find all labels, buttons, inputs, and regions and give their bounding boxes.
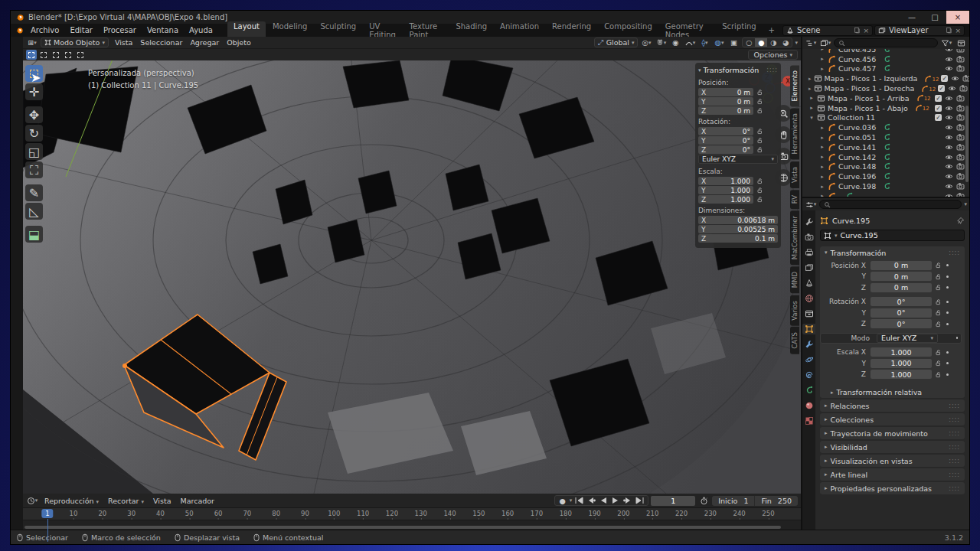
next-keyframe-icon[interactable] (622, 497, 633, 504)
select-mode-tweak[interactable] (26, 50, 37, 60)
lock-icon[interactable] (756, 146, 763, 153)
timeline-ruler[interactable]: 1 10203040506070809010011012013014015016… (23, 507, 801, 520)
current-frame-field[interactable]: 1 (651, 496, 695, 506)
animate-dot[interactable] (946, 264, 949, 266)
lock-icon[interactable] (756, 107, 763, 114)
lock-icon[interactable] (756, 196, 763, 203)
properties-tab[interactable] (802, 416, 815, 426)
expand-icon[interactable]: ▸ (819, 154, 825, 160)
proportional-editing-icon[interactable]: ◉ (669, 37, 681, 47)
value-field[interactable]: 0°▾ (871, 308, 932, 318)
tool-cursor[interactable]: ✛ (25, 83, 43, 100)
expand-icon[interactable]: ▸ (819, 66, 825, 72)
hide-eye-icon[interactable] (945, 113, 953, 122)
menu-item[interactable]: Archivo (25, 25, 64, 35)
outliner-search-input[interactable] (834, 38, 938, 47)
rotation-field[interactable]: X0° (698, 127, 753, 135)
disable-render-camera-icon[interactable] (956, 182, 965, 191)
value-field[interactable]: 0°▾ (871, 319, 932, 328)
hide-eye-icon[interactable] (945, 153, 953, 161)
shading-wireframe-icon[interactable]: ○ (743, 38, 755, 47)
exclude-checkbox[interactable]: ✓ (935, 95, 942, 102)
disable-render-camera-icon[interactable] (962, 74, 969, 83)
relative-transform-subpanel[interactable]: ▸ Transformación relativa (820, 386, 965, 398)
value-field[interactable]: 1.000▾ (871, 347, 932, 357)
collapsed-panel[interactable]: ▸ Trayectoria de movimiento :::: (820, 427, 965, 439)
expand-icon[interactable]: ▸ (819, 125, 825, 131)
hide-eye-icon[interactable] (945, 162, 953, 171)
disable-render-camera-icon[interactable] (956, 172, 965, 181)
panel-grip[interactable]: :::: (949, 403, 960, 409)
n-panel-tab[interactable]: CATS (790, 327, 799, 354)
viewport-canvas[interactable]: ➤ ✛ ✥ ↻ ◱ ⛶ ✎ ◺ ⬓ Personalizada (perspec… (23, 60, 801, 494)
new-viewlayer-icon[interactable] (946, 27, 952, 34)
mode-dropdown[interactable]: Modo Objeto ▾ (41, 37, 109, 47)
value-field[interactable]: 0 m▾ (871, 283, 932, 292)
viewport-menu-item[interactable]: Vista (111, 38, 136, 47)
panel-grip[interactable]: :::: (766, 67, 778, 73)
dimension-field[interactable]: Z0.1 m (698, 234, 778, 243)
disable-render-camera-icon[interactable] (956, 123, 965, 132)
lock-icon[interactable] (756, 89, 763, 96)
panel-grip[interactable]: :::: (949, 458, 960, 465)
outliner-row[interactable]: ▸ ▾ Curve.051 ✓ (802, 132, 969, 142)
properties-tab[interactable] (802, 385, 815, 396)
hide-eye-icon[interactable] (945, 94, 953, 103)
tool-rotate[interactable]: ↻ (25, 125, 43, 142)
lock-icon[interactable] (756, 187, 763, 194)
outliner-row[interactable]: ▸ ▾ Curve.198 ✓ (802, 181, 969, 191)
current-frame-marker[interactable]: 1 (41, 509, 53, 518)
prev-keyframe-icon[interactable] (586, 497, 596, 504)
tool-annotate[interactable]: ✎ (25, 184, 43, 201)
expand-icon[interactable]: ▸ (819, 135, 825, 141)
properties-tab[interactable] (802, 217, 815, 227)
hide-eye-icon[interactable] (945, 64, 953, 73)
panel-grip[interactable]: :::: (949, 471, 960, 478)
properties-tab[interactable] (802, 370, 815, 380)
show-overlays-dropdown[interactable]: ◍▾ (713, 37, 725, 47)
expand-icon[interactable]: ▸ (819, 144, 825, 150)
exclude-checkbox[interactable]: ✓ (935, 114, 942, 121)
properties-tab[interactable] (802, 400, 815, 411)
tool-add-primitive[interactable]: ⬓ (25, 226, 43, 243)
menu-item[interactable]: Procesar (98, 25, 142, 35)
stopwatch-icon[interactable] (697, 496, 710, 506)
expand-icon[interactable]: ▸ (808, 76, 812, 82)
expand-icon[interactable]: ▸ (819, 174, 825, 180)
unlink-viewlayer-icon[interactable]: × (955, 27, 961, 34)
outliner-row[interactable]: ▸ ▾ ✓ (802, 191, 969, 197)
outliner-display-mode-button[interactable]: ▾ (819, 38, 831, 48)
outliner-row[interactable]: ▸ ▾ Mapa - Picos 1 - Abajo 12 ✓ (802, 103, 969, 113)
exclude-checkbox[interactable]: ✓ (941, 75, 948, 82)
expand-icon[interactable]: ▸ (819, 164, 825, 170)
collapsed-panel[interactable]: ▸ Arte lineal :::: (820, 468, 965, 481)
tool-measure[interactable]: ◺ (25, 203, 43, 220)
expand-icon[interactable]: ▸ (808, 95, 815, 101)
properties-editor-type-button[interactable]: ▾ (805, 200, 817, 210)
select-mode-subtract[interactable] (63, 50, 74, 60)
lock-icon[interactable] (756, 178, 763, 184)
timeline-editor-type-button[interactable]: ▾ (26, 496, 38, 506)
disable-render-camera-icon[interactable] (959, 84, 968, 93)
value-field[interactable]: 0°▾ (871, 297, 932, 306)
properties-tab[interactable] (802, 247, 815, 258)
expand-icon[interactable]: ▸ (819, 184, 825, 190)
pivot-dropdown[interactable]: ◎▾ (640, 37, 652, 47)
keying-dropdown[interactable]: ▾ (570, 497, 573, 504)
timeline-menu-item[interactable]: Marcador (176, 497, 218, 505)
collapsed-panel[interactable]: ▸ Colecciones :::: (820, 413, 965, 425)
properties-tab[interactable] (802, 262, 815, 273)
lock-icon[interactable] (756, 98, 763, 105)
outliner-row[interactable]: ▸ ▾ Curve.456 ✓ (802, 54, 969, 64)
lock-icon[interactable] (935, 262, 942, 269)
hide-eye-icon[interactable] (945, 143, 953, 152)
lock-icon[interactable] (935, 284, 942, 291)
hide-eye-icon[interactable] (945, 172, 953, 181)
properties-tab[interactable] (802, 354, 815, 365)
collapsed-panel[interactable]: ▸ Visibilidad :::: (820, 441, 965, 453)
properties-tab[interactable] (802, 339, 815, 350)
hide-eye-icon[interactable] (945, 104, 953, 112)
blender-menu-icon[interactable] (15, 26, 24, 35)
exclude-checkbox[interactable]: ✓ (938, 85, 945, 92)
viewport-menu-item[interactable]: Agregar (186, 38, 223, 47)
